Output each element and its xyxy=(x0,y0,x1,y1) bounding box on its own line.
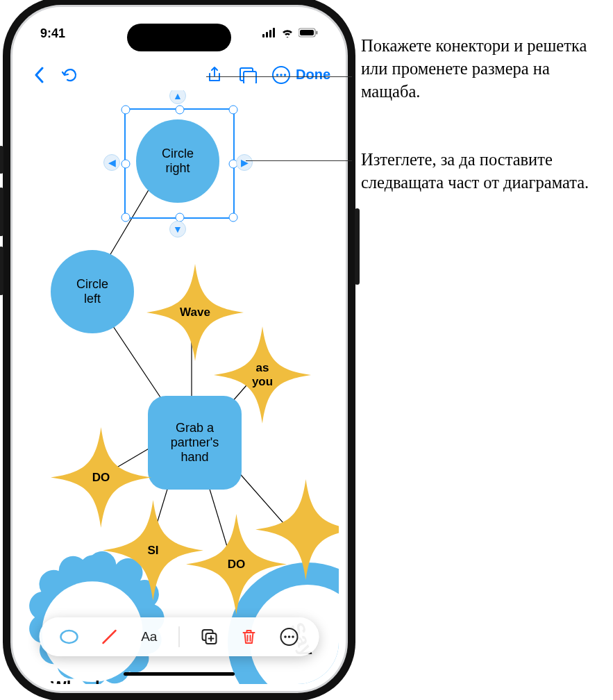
side-button xyxy=(0,146,3,174)
status-bar: 9:41 xyxy=(12,26,346,41)
svg-point-10 xyxy=(276,74,279,76)
svg-point-12 xyxy=(284,74,287,76)
callout-view-options: Покажете конектори и решетка или промене… xyxy=(361,34,604,103)
selection-handle-sw[interactable] xyxy=(121,213,131,222)
svg-point-30 xyxy=(288,635,291,638)
selection-box xyxy=(124,108,235,219)
star-asyou-node[interactable]: as you xyxy=(214,326,311,424)
volume-down-button xyxy=(0,247,3,295)
svg-rect-1 xyxy=(266,32,268,38)
share-button[interactable] xyxy=(203,66,226,84)
connector-arrow-down[interactable]: ▼ xyxy=(169,221,186,238)
power-button xyxy=(355,208,360,285)
status-indicators xyxy=(262,26,318,41)
text-style-button[interactable]: Aa xyxy=(139,626,160,647)
svg-point-11 xyxy=(280,74,283,76)
star-asyou-label: as you xyxy=(214,326,311,424)
duplicate-button[interactable] xyxy=(199,626,219,647)
status-time: 9:41 xyxy=(40,26,65,41)
circle-left-node[interactable]: Circle left xyxy=(51,250,134,333)
svg-line-23 xyxy=(103,631,115,643)
svg-rect-6 xyxy=(316,31,318,35)
svg-point-31 xyxy=(292,635,294,638)
separator xyxy=(178,626,179,647)
svg-rect-3 xyxy=(273,28,275,38)
more-button[interactable] xyxy=(269,65,293,85)
svg-point-22 xyxy=(60,631,77,643)
svg-rect-8 xyxy=(244,72,256,83)
home-indicator[interactable] xyxy=(124,672,235,676)
canvas[interactable]: Wheel Say Circle left Grab a partner's h… xyxy=(19,90,339,684)
callout-line xyxy=(206,76,352,77)
fill-color-button[interactable] xyxy=(58,626,79,647)
callout-line xyxy=(246,160,352,161)
context-more-button[interactable] xyxy=(279,626,300,647)
connector-arrow-right[interactable]: ▶ xyxy=(236,154,253,171)
undo-button[interactable] xyxy=(58,67,82,83)
cellular-icon xyxy=(262,26,276,41)
svg-rect-0 xyxy=(262,34,264,38)
phone-frame: 9:41 Done xyxy=(12,7,346,691)
selection-handle-ne[interactable] xyxy=(229,106,238,115)
star-partial-node[interactable] xyxy=(255,479,339,580)
selection-handle-w[interactable] xyxy=(121,159,131,168)
back-button[interactable] xyxy=(28,67,51,83)
top-toolbar: Done xyxy=(12,59,346,90)
svg-point-29 xyxy=(284,635,287,638)
connector-arrow-left[interactable]: ◀ xyxy=(103,154,120,171)
done-button[interactable]: Done xyxy=(296,67,330,83)
volume-up-button xyxy=(0,188,3,236)
selection-handle-se[interactable] xyxy=(229,213,238,222)
svg-rect-2 xyxy=(269,30,271,38)
selection-handle-nw[interactable] xyxy=(121,106,131,115)
callout-drag-handle: Изтеглете, за да поставите следващата ча… xyxy=(361,148,604,194)
context-toolbar: Aa xyxy=(40,617,319,656)
wheel-label: Wheel xyxy=(51,678,100,684)
stroke-style-button[interactable] xyxy=(99,626,119,647)
selection-handle-n[interactable] xyxy=(175,106,184,115)
wifi-icon xyxy=(280,26,294,41)
delete-button[interactable] xyxy=(239,626,260,647)
svg-rect-5 xyxy=(300,30,314,35)
view-options-button[interactable] xyxy=(236,67,260,83)
battery-icon xyxy=(299,26,318,41)
